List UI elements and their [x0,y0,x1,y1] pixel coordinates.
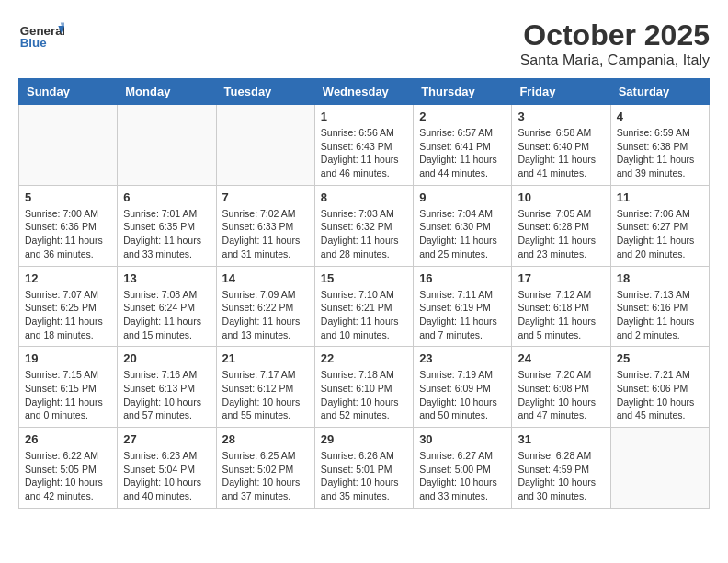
day-info: Sunrise: 7:13 AMSunset: 6:16 PMDaylight:… [617,288,703,342]
day-cell-20: 20Sunrise: 7:16 AMSunset: 6:13 PMDayligh… [118,347,216,428]
day-cell-19: 19Sunrise: 7:15 AMSunset: 6:15 PMDayligh… [19,347,118,428]
day-cell-23: 23Sunrise: 7:19 AMSunset: 6:09 PMDayligh… [414,347,512,428]
day-cell-13: 13Sunrise: 7:08 AMSunset: 6:24 PMDayligh… [118,266,216,347]
day-info: Sunrise: 6:23 AMSunset: 5:04 PMDaylight:… [123,449,210,503]
day-info: Sunrise: 7:12 AMSunset: 6:18 PMDaylight:… [518,288,604,342]
page-header: General Blue October 2025 Santa Maria, C… [18,18,710,69]
day-info: Sunrise: 7:06 AMSunset: 6:27 PMDaylight:… [617,207,703,261]
day-number: 17 [518,271,604,285]
day-number: 21 [222,351,309,365]
day-number: 6 [123,190,210,204]
empty-cell [118,105,216,186]
day-number: 26 [25,432,111,446]
day-number: 12 [25,271,111,285]
empty-cell [19,105,118,186]
day-info: Sunrise: 7:07 AMSunset: 6:25 PMDaylight:… [25,288,111,342]
day-cell-16: 16Sunrise: 7:11 AMSunset: 6:19 PMDayligh… [414,266,512,347]
day-info: Sunrise: 6:25 AMSunset: 5:02 PMDaylight:… [222,449,309,503]
day-number: 23 [419,351,506,365]
day-info: Sunrise: 7:10 AMSunset: 6:21 PMDaylight:… [321,288,407,342]
day-number: 24 [518,351,604,365]
week-row-5: 26Sunrise: 6:22 AMSunset: 5:05 PMDayligh… [19,428,710,509]
day-number: 25 [617,351,703,365]
day-cell-4: 4Sunrise: 6:59 AMSunset: 6:38 PMDaylight… [610,105,709,186]
day-cell-10: 10Sunrise: 7:05 AMSunset: 6:28 PMDayligh… [512,185,610,266]
weekday-header-tuesday: Tuesday [216,79,314,105]
day-cell-2: 2Sunrise: 6:57 AMSunset: 6:41 PMDaylight… [414,105,512,186]
day-info: Sunrise: 6:22 AMSunset: 5:05 PMDaylight:… [25,449,111,503]
week-row-1: 1Sunrise: 6:56 AMSunset: 6:43 PMDaylight… [19,105,710,186]
day-number: 30 [419,432,506,446]
day-number: 7 [222,190,309,204]
weekday-header-wednesday: Wednesday [314,79,413,105]
day-info: Sunrise: 7:19 AMSunset: 6:09 PMDaylight:… [419,368,506,422]
day-number: 9 [419,190,506,204]
day-cell-25: 25Sunrise: 7:21 AMSunset: 6:06 PMDayligh… [610,347,709,428]
day-info: Sunrise: 7:02 AMSunset: 6:33 PMDaylight:… [222,207,309,261]
day-cell-26: 26Sunrise: 6:22 AMSunset: 5:05 PMDayligh… [19,428,118,509]
day-info: Sunrise: 6:28 AMSunset: 4:59 PMDaylight:… [518,449,604,503]
week-row-3: 12Sunrise: 7:07 AMSunset: 6:25 PMDayligh… [19,266,710,347]
day-number: 20 [123,351,210,365]
calendar-table: SundayMondayTuesdayWednesdayThursdayFrid… [18,78,710,509]
day-info: Sunrise: 7:20 AMSunset: 6:08 PMDaylight:… [518,368,604,422]
day-info: Sunrise: 7:04 AMSunset: 6:30 PMDaylight:… [419,207,506,261]
day-cell-3: 3Sunrise: 6:58 AMSunset: 6:40 PMDaylight… [512,105,610,186]
calendar-subtitle: Santa Maria, Campania, Italy [520,52,710,69]
day-info: Sunrise: 7:03 AMSunset: 6:32 PMDaylight:… [321,207,407,261]
day-info: Sunrise: 7:05 AMSunset: 6:28 PMDaylight:… [518,207,604,261]
day-number: 15 [321,271,407,285]
day-cell-15: 15Sunrise: 7:10 AMSunset: 6:21 PMDayligh… [314,266,413,347]
weekday-header-friday: Friday [512,79,610,105]
day-number: 13 [123,271,210,285]
day-info: Sunrise: 7:11 AMSunset: 6:19 PMDaylight:… [419,288,506,342]
day-number: 28 [222,432,309,446]
day-number: 3 [518,109,604,123]
day-number: 5 [25,190,111,204]
day-info: Sunrise: 6:26 AMSunset: 5:01 PMDaylight:… [321,449,407,503]
day-info: Sunrise: 7:18 AMSunset: 6:10 PMDaylight:… [321,368,407,422]
day-number: 2 [419,109,506,123]
day-number: 1 [321,109,407,123]
day-number: 11 [617,190,703,204]
day-info: Sunrise: 7:16 AMSunset: 6:13 PMDaylight:… [123,368,210,422]
day-info: Sunrise: 7:09 AMSunset: 6:22 PMDaylight:… [222,288,309,342]
day-cell-11: 11Sunrise: 7:06 AMSunset: 6:27 PMDayligh… [610,185,709,266]
day-number: 4 [617,109,703,123]
day-number: 22 [321,351,407,365]
day-number: 19 [25,351,111,365]
day-cell-7: 7Sunrise: 7:02 AMSunset: 6:33 PMDaylight… [216,185,314,266]
weekday-header-saturday: Saturday [610,79,709,105]
day-cell-14: 14Sunrise: 7:09 AMSunset: 6:22 PMDayligh… [216,266,314,347]
day-info: Sunrise: 6:57 AMSunset: 6:41 PMDaylight:… [419,126,506,180]
day-cell-6: 6Sunrise: 7:01 AMSunset: 6:35 PMDaylight… [118,185,216,266]
day-number: 27 [123,432,210,446]
day-cell-8: 8Sunrise: 7:03 AMSunset: 6:32 PMDaylight… [314,185,413,266]
day-cell-27: 27Sunrise: 6:23 AMSunset: 5:04 PMDayligh… [118,428,216,509]
logo: General Blue [18,18,64,55]
day-info: Sunrise: 6:58 AMSunset: 6:40 PMDaylight:… [518,126,604,180]
day-info: Sunrise: 7:08 AMSunset: 6:24 PMDaylight:… [123,288,210,342]
day-number: 8 [321,190,407,204]
day-cell-21: 21Sunrise: 7:17 AMSunset: 6:12 PMDayligh… [216,347,314,428]
day-info: Sunrise: 6:27 AMSunset: 5:00 PMDaylight:… [419,449,506,503]
day-info: Sunrise: 7:01 AMSunset: 6:35 PMDaylight:… [123,207,210,261]
empty-cell [610,428,709,509]
day-number: 31 [518,432,604,446]
day-cell-30: 30Sunrise: 6:27 AMSunset: 5:00 PMDayligh… [414,428,512,509]
day-cell-12: 12Sunrise: 7:07 AMSunset: 6:25 PMDayligh… [19,266,118,347]
day-cell-22: 22Sunrise: 7:18 AMSunset: 6:10 PMDayligh… [314,347,413,428]
day-cell-17: 17Sunrise: 7:12 AMSunset: 6:18 PMDayligh… [512,266,610,347]
title-block: October 2025 Santa Maria, Campania, Ital… [520,18,710,69]
day-cell-5: 5Sunrise: 7:00 AMSunset: 6:36 PMDaylight… [19,185,118,266]
weekday-header-row: SundayMondayTuesdayWednesdayThursdayFrid… [19,79,710,105]
day-cell-29: 29Sunrise: 6:26 AMSunset: 5:01 PMDayligh… [314,428,413,509]
day-number: 10 [518,190,604,204]
logo-icon: General Blue [18,18,64,55]
day-number: 16 [419,271,506,285]
day-cell-1: 1Sunrise: 6:56 AMSunset: 6:43 PMDaylight… [314,105,413,186]
day-cell-9: 9Sunrise: 7:04 AMSunset: 6:30 PMDaylight… [414,185,512,266]
day-cell-28: 28Sunrise: 6:25 AMSunset: 5:02 PMDayligh… [216,428,314,509]
day-number: 29 [321,432,407,446]
calendar-title: October 2025 [520,18,710,52]
